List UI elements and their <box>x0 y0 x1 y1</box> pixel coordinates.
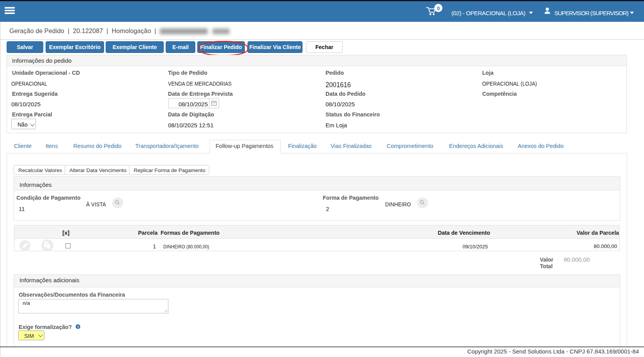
svg-text:7: 7 <box>213 103 215 106</box>
